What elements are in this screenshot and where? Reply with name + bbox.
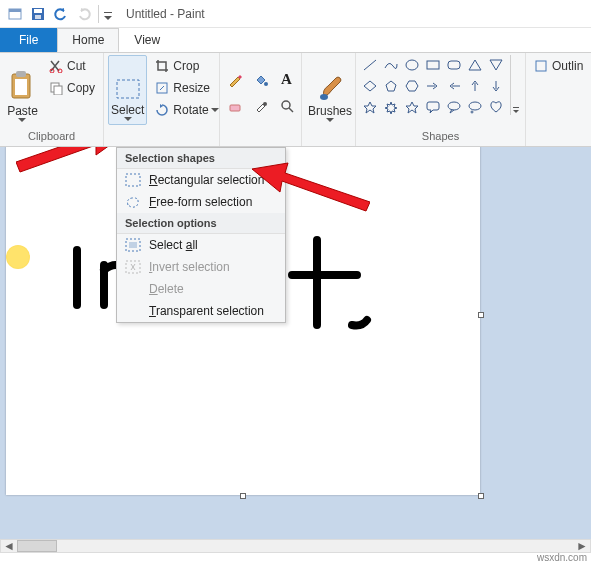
tab-file[interactable]: File — [0, 28, 57, 52]
svg-rect-5 — [104, 12, 112, 13]
sun-drawing — [6, 245, 30, 269]
workarea: Selection shapes Rectangular selection F… — [0, 147, 591, 539]
annotation-arrow-right — [250, 157, 370, 217]
titlebar: Untitled - Paint — [0, 0, 591, 28]
save-icon[interactable] — [27, 3, 49, 25]
group-outline: Outlin — [526, 53, 576, 146]
rotate-icon — [155, 103, 169, 117]
resize-handle-corner[interactable] — [478, 493, 484, 499]
select-button[interactable]: Select — [108, 55, 147, 125]
picker-tool[interactable] — [249, 94, 273, 118]
pencil-tool[interactable] — [223, 68, 247, 92]
undo-icon[interactable] — [50, 3, 72, 25]
tab-home[interactable]: Home — [57, 28, 119, 52]
svg-point-19 — [320, 94, 328, 100]
outline-icon — [534, 59, 548, 73]
svg-rect-21 — [427, 61, 439, 69]
svg-point-20 — [406, 60, 418, 70]
svg-point-15 — [264, 82, 268, 86]
group-brushes: Brushes — [302, 53, 356, 146]
group-shapes-label: Shapes — [360, 130, 521, 144]
tab-view[interactable]: View — [119, 28, 175, 52]
annotation-arrow-left — [16, 147, 126, 187]
scroll-right-icon[interactable]: ► — [574, 540, 590, 552]
svg-rect-7 — [16, 71, 26, 77]
group-clipboard-label: Clipboard — [4, 130, 99, 144]
fill-tool[interactable] — [249, 68, 273, 92]
shape-gallery[interactable] — [360, 55, 506, 117]
group-image: Select Crop Resize Rotate — [104, 53, 220, 146]
svg-rect-30 — [129, 242, 137, 248]
paste-button[interactable]: Paste — [4, 55, 41, 125]
crop-button[interactable]: Crop — [151, 55, 226, 77]
scroll-thumb[interactable] — [17, 540, 57, 552]
svg-rect-28 — [126, 174, 140, 186]
shapes-more-icon[interactable] — [511, 103, 521, 115]
clipboard-icon — [8, 70, 36, 102]
invert-selection-item: Invert selection — [117, 256, 285, 278]
resize-button[interactable]: Resize — [151, 77, 226, 99]
svg-rect-3 — [34, 9, 42, 13]
brushes-button[interactable]: Brushes — [306, 55, 354, 125]
redo-icon — [73, 3, 95, 25]
rotate-button[interactable]: Rotate — [151, 99, 226, 121]
outline-button[interactable]: Outlin — [530, 55, 587, 77]
svg-point-17 — [263, 102, 267, 106]
scissors-icon — [49, 59, 63, 73]
resize-handle-right[interactable] — [478, 312, 484, 318]
group-tools: A — [220, 53, 302, 146]
group-shapes: Shapes — [356, 53, 526, 146]
svg-rect-22 — [448, 61, 460, 69]
cut-button[interactable]: Cut — [45, 55, 99, 77]
svg-rect-16 — [230, 105, 240, 111]
window-title: Untitled - Paint — [126, 7, 205, 21]
eraser-tool[interactable] — [223, 94, 247, 118]
watermark: wsxdn.com — [537, 552, 587, 563]
svg-rect-27 — [536, 61, 546, 71]
svg-rect-8 — [15, 79, 27, 95]
transparent-selection-item[interactable]: Transparent selection — [117, 300, 285, 322]
scroll-track[interactable] — [17, 540, 574, 552]
copy-button[interactable]: Copy — [45, 77, 99, 99]
group-clipboard: Paste Cut Copy Clipboard — [0, 53, 104, 146]
ribbon-tabs: File Home View — [0, 28, 591, 52]
select-rect-icon — [114, 77, 142, 101]
text-tool[interactable]: A — [275, 68, 299, 92]
crop-icon — [155, 59, 169, 73]
delete-selection-item: Delete — [117, 278, 285, 300]
svg-rect-26 — [513, 107, 519, 108]
brush-icon — [316, 72, 344, 102]
resize-handle-bottom[interactable] — [240, 493, 246, 499]
scroll-left-icon[interactable]: ◄ — [1, 540, 17, 552]
svg-rect-13 — [117, 80, 139, 98]
qa-customize-icon[interactable] — [101, 3, 115, 25]
ribbon: Paste Cut Copy Clipboard Select — [0, 52, 591, 147]
svg-point-25 — [471, 111, 473, 113]
horizontal-scrollbar[interactable]: ◄ ► — [0, 539, 591, 553]
svg-rect-12 — [54, 86, 62, 95]
system-menu-icon[interactable] — [4, 3, 26, 25]
svg-point-23 — [448, 102, 460, 110]
zoom-tool[interactable] — [275, 94, 299, 118]
resize-icon — [155, 81, 169, 95]
select-all-item[interactable]: Select all — [117, 234, 285, 256]
svg-rect-1 — [9, 9, 21, 12]
copy-icon — [49, 81, 63, 95]
svg-point-24 — [469, 102, 481, 110]
svg-rect-4 — [35, 15, 41, 19]
qa-separator — [98, 5, 99, 23]
svg-point-18 — [282, 101, 290, 109]
